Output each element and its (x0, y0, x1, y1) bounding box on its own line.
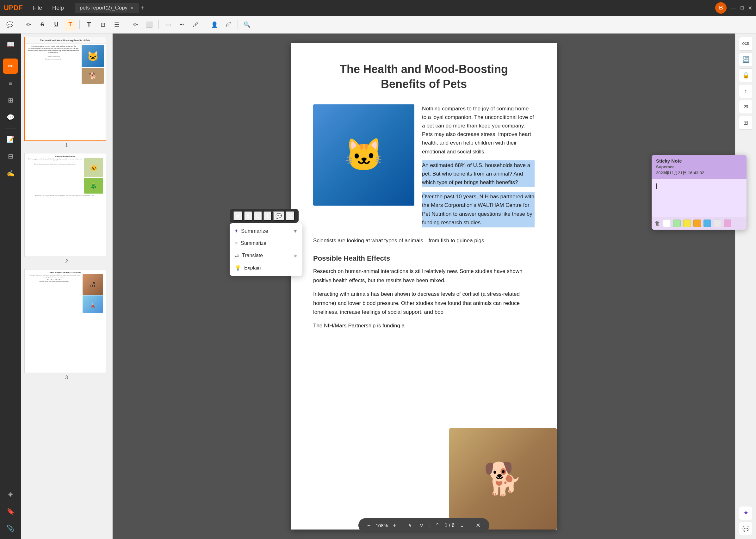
email-button[interactable]: ✉ (739, 100, 753, 114)
sidebar-comment-btn[interactable]: 💬 (3, 110, 18, 125)
sidebar-attach-btn[interactable]: 📎 (3, 521, 18, 536)
tab-title: pets report(2)_Copy (80, 5, 127, 11)
protect-button[interactable]: 🔒 (739, 68, 753, 82)
page-num-1: 1 (24, 143, 109, 148)
selection-toolbar: ✏ S U T 💬 ⊡ (230, 209, 299, 223)
right-sidebar: OCR 🔄 🔒 ↑ ✉ ⊞ ✦ 💬 (735, 34, 756, 539)
prev-page-button[interactable]: ⌃ (432, 521, 442, 530)
highlight-button[interactable]: ✏ (23, 19, 35, 31)
text2-button[interactable]: T (83, 19, 95, 31)
sel-copy-btn[interactable]: ⊡ (286, 211, 295, 221)
thumbnail-page-2[interactable]: Animals Helping People NIH is funding la… (24, 153, 109, 265)
win-close[interactable]: ✕ (748, 5, 752, 11)
sticky-note: Sticky Note Superace 2023年11月21日 16:43:3… (651, 155, 746, 230)
pen2-button[interactable]: 🖊 (190, 19, 202, 31)
color-white[interactable] (663, 219, 671, 227)
highlighted-paragraph-2: Over the past 10 years, NIH has partnere… (422, 192, 535, 227)
sel-text-btn[interactable]: T (264, 211, 272, 221)
active-tab[interactable]: pets report(2)_Copy ✕ (75, 3, 139, 13)
app-logo: UPDF (4, 4, 23, 12)
color-green[interactable] (673, 219, 681, 227)
organize-button[interactable]: ⊞ (739, 116, 753, 130)
sel-underline-btn[interactable]: U (254, 211, 263, 221)
close-toolbar-button[interactable]: ✕ (473, 521, 483, 530)
tab-close-button[interactable]: ✕ (130, 5, 134, 10)
sel-highlight-btn[interactable]: ✏ (233, 211, 243, 221)
zoom-out-button[interactable]: − (365, 521, 373, 530)
highlighted-paragraph-1: An estimated 68% of U.S. households have… (422, 160, 535, 188)
strikethrough-button[interactable]: S (37, 19, 48, 31)
sticky-delete-button[interactable]: 🗑 (655, 220, 660, 227)
comment-button[interactable]: 💬 (4, 19, 16, 31)
thumbnail-img-2: Animals Helping People NIH is funding la… (24, 153, 106, 257)
document-area[interactable]: The Health and Mood-BoostingBenefits of … (113, 34, 735, 539)
explain-menu-item[interactable]: 💡 Explain (230, 262, 302, 274)
sticky-note-body[interactable] (651, 179, 746, 217)
sidebar-page-btn[interactable]: ⊞ (3, 93, 18, 108)
ai-toolbar-top[interactable]: ✦ Summarize ▼ (230, 225, 302, 237)
sidebar-edit-btn[interactable]: ≡ (3, 76, 18, 91)
health-paragraph-1: Research on human-animal interactions is… (313, 267, 535, 285)
pen-tool-button[interactable]: ✒ (176, 19, 188, 31)
underline-button[interactable]: U (50, 19, 62, 31)
share-button[interactable]: ↑ (739, 84, 753, 98)
thumbnail-page-3[interactable]: A Key Phase in the History of Tourism Th… (24, 269, 109, 381)
textbox-button[interactable]: ⊡ (97, 19, 109, 31)
person-button[interactable]: 👤 (208, 19, 220, 31)
sidebar-ocr-btn[interactable]: 📝 (3, 131, 18, 147)
cat-image: 🐱 (313, 105, 415, 205)
chat-button[interactable]: 💬 (739, 522, 753, 536)
new-tab-button[interactable]: + (141, 4, 145, 12)
shape-button[interactable]: ▭ (162, 19, 174, 31)
sidebar-organize-btn[interactable]: ⊟ (3, 149, 18, 164)
nih-partnership-text: The NIH/Mars Partnership is funding a (313, 321, 535, 331)
text-button[interactable]: T (64, 19, 76, 31)
list-button[interactable]: ☰ (111, 19, 123, 31)
health-paragraph-2: Interacting with animals has been shown … (313, 290, 535, 317)
updf-logo-button[interactable]: ✦ (739, 506, 753, 520)
left-sidebar: 📖 ✏ ≡ ⊞ 💬 📝 ⊟ ✍ ◈ 🔖 📎 (0, 34, 21, 539)
menu-help[interactable]: Help (48, 3, 68, 13)
sidebar-sign-btn[interactable]: ✍ (3, 166, 18, 181)
summarize-menu-item[interactable]: ≡ Summarize (230, 237, 302, 249)
toolbar-separator-3 (126, 20, 126, 29)
color-gray[interactable] (714, 219, 721, 227)
cat-icon: 🐱 (344, 136, 384, 174)
sel-strikethrough-btn[interactable]: S (244, 211, 253, 221)
thumbnail-page-1[interactable]: The Health and Mood-Boosting Benefits of… (24, 37, 109, 148)
marker-button[interactable]: 🖊 (222, 19, 234, 31)
user-avatar[interactable]: B (715, 2, 726, 14)
convert-button[interactable]: 🔄 (739, 52, 753, 66)
next-page-button[interactable]: ⌄ (457, 521, 467, 530)
search-button[interactable]: 🔍 (241, 19, 253, 31)
zoom-in-button[interactable]: + (390, 521, 399, 530)
sidebar-bookmark-btn[interactable]: 🔖 (3, 503, 18, 519)
win-maximize[interactable]: □ (740, 5, 744, 11)
sidebar-annotate-btn[interactable]: ✏ (3, 58, 18, 74)
color-orange[interactable] (693, 219, 701, 227)
color-blue[interactable] (704, 219, 711, 227)
ai-dropdown-icon[interactable]: ▼ (293, 228, 298, 234)
thumb-title-1: The Health and Mood-Boosting Benefits of… (25, 37, 106, 44)
eraser-button[interactable]: ⬜ (143, 19, 155, 31)
translate-label: Translate (242, 253, 263, 259)
sel-comment-btn[interactable]: 💬 (273, 211, 284, 221)
sidebar-reader-btn[interactable]: 📖 (3, 37, 18, 52)
translate-menu-item[interactable]: ⇄ Translate ▶ (230, 249, 302, 262)
win-minimize[interactable]: — (731, 5, 736, 11)
translate-arrow-icon: ▶ (294, 253, 297, 258)
explain-label: Explain (244, 265, 261, 271)
bt-sep-2: | (429, 522, 430, 528)
color-pink[interactable] (724, 219, 731, 227)
pencil-button[interactable]: ✏ (129, 19, 141, 31)
scroll-up-button[interactable]: ∧ (405, 521, 415, 530)
scroll-down-button[interactable]: ∨ (417, 521, 426, 530)
menu-file[interactable]: File (29, 3, 46, 13)
sticky-note-footer: 🗑 (651, 217, 746, 230)
ocr-button[interactable]: OCR (739, 37, 753, 50)
translate-icon: ⇄ (235, 253, 239, 259)
color-yellow[interactable] (683, 219, 691, 227)
sidebar-layers-btn[interactable]: ◈ (3, 487, 18, 502)
health-effects-section-title: Possible Health Effects (313, 254, 535, 263)
toolbar-separator-2 (79, 20, 80, 29)
